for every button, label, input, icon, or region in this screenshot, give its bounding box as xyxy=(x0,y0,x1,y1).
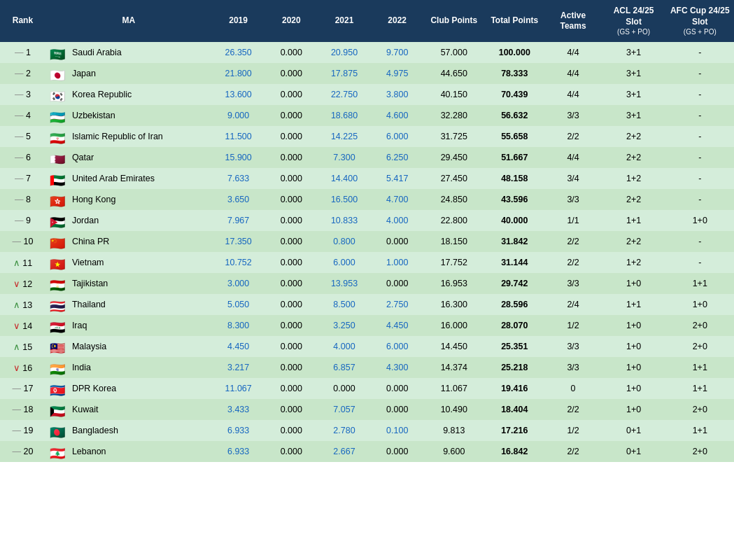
score-link[interactable]: 6.000 xyxy=(333,258,355,267)
score-link[interactable]: 10.833 xyxy=(331,216,358,225)
score-link[interactable]: 2.780 xyxy=(333,426,355,435)
y2020-cell: 0.000 xyxy=(264,105,318,126)
score-link[interactable]: 16.500 xyxy=(331,195,358,204)
rank-number: 8 xyxy=(26,195,31,204)
y2021-cell: 14.400 xyxy=(318,168,371,189)
score-link[interactable]: 3.217 xyxy=(227,363,249,372)
score-link[interactable]: 0.800 xyxy=(333,237,355,246)
score-link[interactable]: 1.000 xyxy=(386,258,408,267)
y2022-cell: 4.450 xyxy=(371,315,424,336)
active-teams-cell: 2/2 xyxy=(545,399,602,420)
score-link[interactable]: 6.250 xyxy=(386,153,408,162)
score-link[interactable]: 6.000 xyxy=(386,342,408,351)
score-link[interactable]: 9.000 xyxy=(227,111,249,120)
rank-number: 4 xyxy=(26,111,31,120)
score-link[interactable]: 2.750 xyxy=(386,300,408,309)
score-link[interactable]: 7.057 xyxy=(333,405,355,414)
score-link[interactable]: 0.100 xyxy=(386,426,408,435)
active-teams-cell: 3/4 xyxy=(545,168,602,189)
rank-neutral-icon: — xyxy=(15,195,24,204)
score-link[interactable]: 13.600 xyxy=(225,90,252,99)
rank-neutral-icon: — xyxy=(15,48,24,57)
total-points-cell: 78.333 xyxy=(484,63,545,84)
active-teams-cell: 2/2 xyxy=(545,441,602,462)
score-link[interactable]: 21.800 xyxy=(225,69,252,78)
country-name: Islamic Republic of Iran xyxy=(72,132,163,141)
score-link[interactable]: 4.975 xyxy=(386,69,408,78)
score-link[interactable]: 6.857 xyxy=(333,363,355,372)
club-points-cell: 31.725 xyxy=(424,126,485,147)
afc-slot-cell: - xyxy=(666,252,734,273)
club-points-cell: 14.374 xyxy=(424,357,485,378)
acl-slot-cell: 1+0 xyxy=(602,399,666,420)
active-teams-cell: 1/1 xyxy=(545,210,602,231)
y2022-cell: 4.700 xyxy=(371,189,424,210)
score-link[interactable]: 4.450 xyxy=(386,321,408,330)
y2021-cell: 2.667 xyxy=(318,441,371,462)
total-points-cell: 16.842 xyxy=(484,441,545,462)
score-link[interactable]: 17.875 xyxy=(331,69,358,78)
col-2022: 2022 xyxy=(371,0,424,42)
score-link[interactable]: 5.050 xyxy=(227,300,249,309)
score-link[interactable]: 17.350 xyxy=(225,237,252,246)
score-link[interactable]: 15.900 xyxy=(225,153,252,162)
country-name: Japan xyxy=(72,69,96,78)
score-value: 0.000 xyxy=(281,279,302,288)
country-cell: 🇰🇵 DPR Korea xyxy=(45,378,212,399)
country-name: DPR Korea xyxy=(72,384,116,393)
score-link[interactable]: 4.600 xyxy=(386,111,408,120)
rank-number: 11 xyxy=(22,258,32,268)
score-link[interactable]: 11.067 xyxy=(225,384,252,393)
score-link[interactable]: 4.000 xyxy=(333,342,355,351)
country-flag: 🇦🇪 xyxy=(50,173,66,184)
score-link[interactable]: 14.225 xyxy=(331,132,358,141)
score-link[interactable]: 4.300 xyxy=(386,363,408,372)
score-link[interactable]: 3.250 xyxy=(333,321,355,330)
y2022-cell: 4.000 xyxy=(371,210,424,231)
score-link[interactable]: 7.300 xyxy=(333,153,355,162)
acl-slot-cell: 1+1 xyxy=(602,210,666,231)
score-link[interactable]: 5.417 xyxy=(386,174,408,183)
active-teams-cell: 2/2 xyxy=(545,231,602,252)
score-link[interactable]: 20.950 xyxy=(331,48,358,57)
score-link[interactable]: 7.633 xyxy=(227,174,249,183)
rank-cell: — 3 xyxy=(0,84,45,105)
score-link[interactable]: 13.953 xyxy=(331,279,358,288)
acl-slot-cell: 0+1 xyxy=(602,441,666,462)
score-link[interactable]: 4.000 xyxy=(386,216,408,225)
afc-slot-cell: - xyxy=(666,168,734,189)
score-link[interactable]: 11.500 xyxy=(225,132,252,141)
score-link[interactable]: 8.500 xyxy=(333,300,355,309)
score-link[interactable]: 6.933 xyxy=(227,447,249,456)
club-points-cell: 14.450 xyxy=(424,336,485,357)
acl-slot-cell: 3+1 xyxy=(602,105,666,126)
rank-neutral-icon: — xyxy=(15,216,24,225)
acl-slot-cell: 2+2 xyxy=(602,126,666,147)
score-link[interactable]: 7.967 xyxy=(227,216,249,225)
score-link[interactable]: 3.800 xyxy=(386,90,408,99)
score-link[interactable]: 8.300 xyxy=(227,321,249,330)
score-link[interactable]: 9.700 xyxy=(386,48,408,57)
score-link[interactable]: 14.400 xyxy=(331,174,358,183)
score-link[interactable]: 4.450 xyxy=(227,342,249,351)
score-link[interactable]: 4.700 xyxy=(386,195,408,204)
afc-slot-cell: 1+1 xyxy=(666,420,734,441)
rank-number: 17 xyxy=(23,384,33,393)
score-value: 0.000 xyxy=(281,321,302,330)
total-points-cell: 70.439 xyxy=(484,84,545,105)
score-link[interactable]: 6.933 xyxy=(227,426,249,435)
score-value: 0.000 xyxy=(281,195,302,204)
score-link[interactable]: 26.350 xyxy=(225,48,252,57)
country-cell: 🇶🇦 Qatar xyxy=(45,147,212,168)
score-link[interactable]: 22.750 xyxy=(331,90,358,99)
score-link[interactable]: 2.667 xyxy=(333,447,355,456)
score-link[interactable]: 3.650 xyxy=(227,195,249,204)
score-link[interactable]: 3.433 xyxy=(227,405,249,414)
country-cell: 🇯🇵 Japan xyxy=(45,63,212,84)
score-link[interactable]: 10.752 xyxy=(225,258,252,267)
score-link[interactable]: 6.000 xyxy=(386,132,408,141)
score-link[interactable]: 3.000 xyxy=(227,279,249,288)
acl-slot-cell: 1+0 xyxy=(602,378,666,399)
score-link[interactable]: 18.680 xyxy=(331,111,358,120)
table-row: — 19 🇧🇩 Bangladesh 6.933 0.000 2.780 0.1… xyxy=(0,420,734,441)
